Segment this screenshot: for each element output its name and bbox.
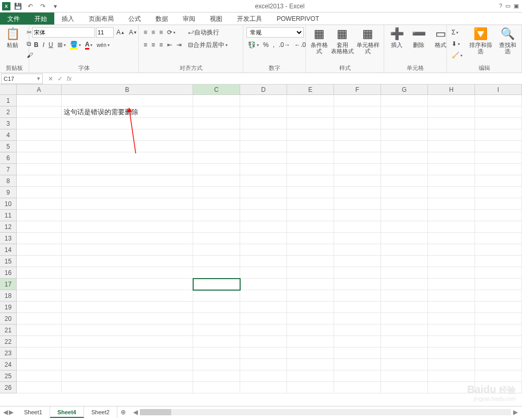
cell-B10[interactable] — [62, 198, 193, 210]
scroll-right-icon[interactable]: ▶ — [513, 409, 518, 416]
fill-button[interactable]: ⬇▾ — [450, 39, 464, 49]
cell-I23[interactable] — [475, 347, 522, 359]
tab-data[interactable]: 数据 — [148, 13, 175, 25]
cell-I19[interactable] — [475, 302, 522, 313]
worksheet-grid[interactable]: ABCDEFGHI 123456789101112131415161718192… — [0, 85, 522, 406]
cell-F3[interactable] — [334, 118, 381, 129]
cell-A12[interactable] — [17, 221, 62, 233]
fill-color-button[interactable]: 🪣▾ — [68, 40, 82, 50]
cell-G18[interactable] — [381, 290, 428, 302]
cell-F4[interactable] — [334, 129, 381, 141]
percent-button[interactable]: % — [262, 40, 270, 50]
column-header-E[interactable]: E — [287, 85, 334, 95]
cell-H11[interactable] — [428, 210, 475, 221]
cell-H3[interactable] — [428, 118, 475, 129]
tab-file[interactable]: 文件 — [0, 13, 27, 25]
save-icon[interactable]: 💾 — [13, 1, 23, 11]
cell-G20[interactable] — [381, 313, 428, 325]
sort-filter-button[interactable]: 🔽排序和筛选 — [467, 27, 494, 54]
cell-E2[interactable] — [287, 106, 334, 118]
clear-button[interactable]: 🧹▾ — [450, 50, 464, 61]
cell-D1[interactable] — [240, 95, 287, 106]
row-header-24[interactable]: 24 — [0, 359, 17, 370]
cell-E26[interactable] — [287, 382, 334, 393]
cell-D24[interactable] — [240, 359, 287, 370]
cell-B13[interactable] — [62, 233, 193, 244]
cell-C18[interactable] — [193, 290, 240, 302]
cell-I16[interactable] — [475, 267, 522, 279]
cell-C3[interactable] — [193, 118, 240, 129]
cell-H5[interactable] — [428, 141, 475, 152]
cell-I24[interactable] — [475, 359, 522, 370]
cell-C19[interactable] — [193, 302, 240, 313]
cell-C12[interactable] — [193, 221, 240, 233]
cell-B2[interactable]: 这句话是错误的需要删除 — [62, 106, 193, 118]
column-header-I[interactable]: I — [475, 85, 522, 95]
currency-button[interactable]: 💱▾ — [246, 40, 260, 50]
cell-B3[interactable] — [62, 118, 193, 129]
cell-D14[interactable] — [240, 244, 287, 256]
cell-G19[interactable] — [381, 302, 428, 313]
row-header-9[interactable]: 9 — [0, 187, 17, 198]
column-header-F[interactable]: F — [334, 85, 381, 95]
row-header-15[interactable]: 15 — [0, 256, 17, 267]
cell-E5[interactable] — [287, 141, 334, 152]
cell-B17[interactable] — [62, 279, 193, 290]
cell-G14[interactable] — [381, 244, 428, 256]
cell-C1[interactable] — [193, 95, 240, 106]
sheet-nav-next-icon[interactable]: ▶ — [9, 409, 14, 416]
cell-I1[interactable] — [475, 95, 522, 106]
cell-E10[interactable] — [287, 198, 334, 210]
tab-home[interactable]: 开始 — [27, 13, 54, 25]
cell-B7[interactable] — [62, 164, 193, 175]
cell-B6[interactable] — [62, 152, 193, 164]
cell-A11[interactable] — [17, 210, 62, 221]
cancel-icon[interactable]: ✕ — [48, 75, 53, 82]
cell-G21[interactable] — [381, 325, 428, 336]
align-top-button[interactable]: ≡ — [142, 27, 149, 38]
cell-G16[interactable] — [381, 267, 428, 279]
cell-A2[interactable] — [17, 106, 62, 118]
cell-D25[interactable] — [240, 370, 287, 382]
cell-G2[interactable] — [381, 106, 428, 118]
border-button[interactable]: ⊞▾ — [56, 40, 67, 50]
cell-A24[interactable] — [17, 359, 62, 370]
column-header-D[interactable]: D — [240, 85, 287, 95]
cell-D26[interactable] — [240, 382, 287, 393]
orientation-button[interactable]: ⟳▾ — [165, 27, 177, 38]
cell-A7[interactable] — [17, 164, 62, 175]
column-header-B[interactable]: B — [62, 85, 193, 95]
cell-I21[interactable] — [475, 325, 522, 336]
cell-G7[interactable] — [381, 164, 428, 175]
row-header-17[interactable]: 17 — [0, 279, 17, 290]
underline-button[interactable]: U — [47, 40, 55, 50]
cell-B4[interactable] — [62, 129, 193, 141]
align-middle-button[interactable]: ≡ — [150, 27, 157, 38]
cell-H8[interactable] — [428, 175, 475, 187]
cell-F17[interactable] — [334, 279, 381, 290]
cell-A23[interactable] — [17, 347, 62, 359]
cell-H23[interactable] — [428, 347, 475, 359]
cell-B26[interactable] — [62, 382, 193, 393]
cell-I11[interactable] — [475, 210, 522, 221]
qat-dropdown-icon[interactable]: ▾ — [50, 1, 61, 11]
cell-H14[interactable] — [428, 244, 475, 256]
cell-F7[interactable] — [334, 164, 381, 175]
cell-H15[interactable] — [428, 256, 475, 267]
tab-formulas[interactable]: 公式 — [121, 13, 148, 25]
cell-G8[interactable] — [381, 175, 428, 187]
cell-F19[interactable] — [334, 302, 381, 313]
cell-F10[interactable] — [334, 198, 381, 210]
scroll-left-icon[interactable]: ◀ — [133, 409, 138, 416]
cell-A19[interactable] — [17, 302, 62, 313]
sheet-nav-prev-icon[interactable]: ◀ — [3, 409, 8, 416]
cell-B22[interactable] — [62, 336, 193, 347]
conditional-formatting-button[interactable]: ▦条件格式 — [309, 27, 329, 54]
formula-input[interactable] — [76, 74, 522, 84]
row-header-19[interactable]: 19 — [0, 302, 17, 313]
row-header-16[interactable]: 16 — [0, 267, 17, 279]
cell-E18[interactable] — [287, 290, 334, 302]
cell-A21[interactable] — [17, 325, 62, 336]
cell-I6[interactable] — [475, 152, 522, 164]
cell-F12[interactable] — [334, 221, 381, 233]
